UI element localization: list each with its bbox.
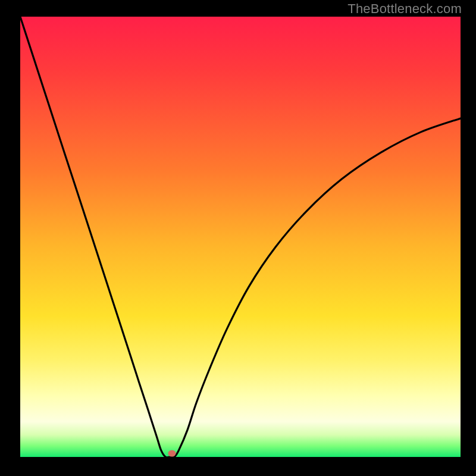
- plot-area: [20, 17, 461, 457]
- optimal-point-marker: [168, 450, 176, 457]
- chart-frame: TheBottleneck.com: [0, 0, 476, 476]
- bottleneck-curve: [20, 17, 461, 457]
- watermark-text: TheBottleneck.com: [347, 1, 462, 17]
